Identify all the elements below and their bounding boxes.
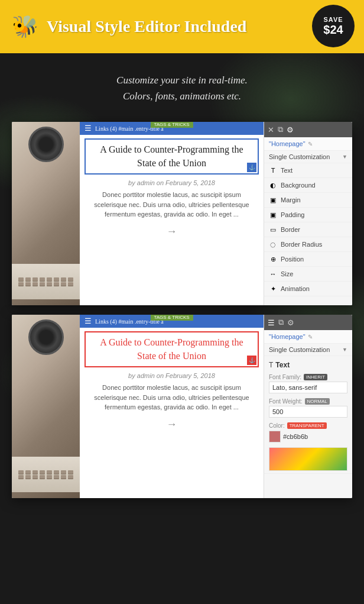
- card2-content-area: TAGS & TRICKS ☰ Links (4) #main .entry-t…: [80, 315, 352, 498]
- gradient-preview[interactable]: [269, 447, 347, 471]
- text-panel-section: T Text Font Family: INHERIT: [264, 356, 352, 474]
- font-weight-label-text: Font Weight:: [269, 398, 303, 405]
- key: [68, 277, 73, 281]
- dropdown-arrow-icon-2: ▼: [342, 347, 347, 353]
- card-2: TAGS & TRICKS ☰ Links (4) #main .entry-t…: [12, 315, 352, 498]
- card2-image-inner: [12, 315, 80, 498]
- panel-menu-border[interactable]: ▭ Border: [264, 222, 352, 237]
- panel1-homepage[interactable]: "Homepage" ✎: [264, 137, 352, 151]
- menu-animation-label: Animation: [281, 285, 310, 292]
- key: [25, 470, 31, 474]
- font-family-label: Font Family: INHERIT: [269, 374, 347, 380]
- key: [61, 277, 66, 281]
- card1-content-area: TAGS & TRICKS ☰ Links (4) #main .entry-t…: [80, 122, 352, 305]
- font-family-label-text: Font Family:: [269, 374, 301, 380]
- font-weight-label: Font Weight: NORMAL: [269, 398, 347, 405]
- color-label: Color: TRANSPARENT: [269, 422, 347, 429]
- key: [40, 282, 45, 286]
- copy-icon-2[interactable]: ⧉: [278, 318, 284, 327]
- size-icon: ↔: [269, 270, 277, 278]
- color-value: #cb6b6b: [283, 433, 308, 440]
- panel-menu-margin[interactable]: ▣ Margin: [264, 193, 352, 208]
- card2-title-box[interactable]: A Guide to Counter-Programming the State…: [84, 331, 259, 367]
- card2-main: TAGS & TRICKS ☰ Links (4) #main .entry-t…: [80, 315, 264, 498]
- keyboard-keys-2: [18, 470, 74, 479]
- homepage-edit-icon[interactable]: ✎: [308, 141, 313, 147]
- card1-image: [12, 122, 80, 305]
- key: [54, 277, 59, 281]
- panel-menu-animation[interactable]: ✦ Animation: [264, 282, 352, 296]
- card1-post-meta: by admin on February 5, 2018: [80, 178, 264, 189]
- card-1: TAGS & TRICKS ☰ Links (4) #main .entry-t…: [12, 122, 352, 305]
- header-title: Visual Style Editor Included: [47, 17, 246, 36]
- card1-title-box[interactable]: A Guide to Counter-Programming the State…: [84, 138, 259, 175]
- panel-menu-size[interactable]: ↔ Size: [264, 267, 352, 282]
- key: [25, 282, 31, 286]
- homepage-label: "Homepage": [269, 140, 306, 147]
- anchor-icon-2: ⚓: [249, 357, 255, 363]
- color-swatch-row: #cb6b6b: [269, 431, 347, 442]
- customization-label: Single Customization: [269, 153, 330, 160]
- animation-icon: ✦: [269, 285, 277, 293]
- color-label-text: Color:: [269, 422, 285, 429]
- panel1-customization[interactable]: Single Customization ▼: [264, 151, 352, 163]
- hamburger-panel-icon[interactable]: ☰: [268, 318, 275, 327]
- text-panel-header[interactable]: T Text: [269, 358, 347, 372]
- sliders-icon[interactable]: ⚙: [287, 125, 294, 134]
- card1-style-panel: ✕ ⧉ ⚙ "Homepage" ✎ Single Customization …: [264, 122, 352, 305]
- panel-menu-text[interactable]: T Text: [264, 163, 352, 178]
- key: [32, 475, 38, 479]
- key: [40, 475, 45, 479]
- menu-position-label: Position: [281, 256, 304, 263]
- customization-label-2: Single Customization: [269, 346, 330, 353]
- menu-margin-label: Margin: [281, 196, 301, 204]
- card2-style-panel: ☰ ⧉ ⚙ "Homepage" ✎ Single Customization …: [264, 315, 352, 498]
- key: [25, 277, 31, 281]
- close-icon[interactable]: ✕: [268, 125, 274, 134]
- dropdown-arrow-icon: ▼: [342, 154, 347, 160]
- key: [54, 282, 59, 286]
- card1-image-inner: [12, 122, 80, 305]
- keyboard-image: [12, 264, 80, 299]
- key: [40, 470, 45, 474]
- record-disc: [28, 127, 64, 162]
- card1-arrow[interactable]: →: [80, 221, 264, 243]
- menu-background-label: Background: [281, 182, 316, 189]
- color-swatch[interactable]: [269, 431, 281, 442]
- card1-tags: TAGS & TRICKS: [150, 122, 193, 128]
- panel-menu-padding[interactable]: ▣ Padding: [264, 208, 352, 222]
- font-weight-input[interactable]: [269, 406, 347, 418]
- font-family-input[interactable]: [269, 382, 347, 393]
- card2-arrow[interactable]: →: [80, 414, 264, 435]
- menu-text-label: Text: [281, 167, 292, 174]
- panel2-homepage[interactable]: "Homepage" ✎: [264, 330, 352, 344]
- border-radius-icon: ◌: [269, 240, 277, 248]
- hamburger-icon-2: ☰: [84, 316, 92, 326]
- menu-size-label: Size: [281, 270, 293, 277]
- key: [68, 282, 73, 286]
- font-weight-badge: NORMAL: [305, 398, 330, 405]
- card2-post-meta: by admin on February 5, 2018: [80, 371, 264, 382]
- card1-main: TAGS & TRICKS ☰ Links (4) #main .entry-t…: [80, 122, 264, 305]
- hamburger-icon: ☰: [84, 124, 92, 133]
- homepage-edit-icon-2[interactable]: ✎: [308, 334, 313, 340]
- panel-menu-position[interactable]: ⊕ Position: [264, 252, 352, 267]
- panel2-customization[interactable]: Single Customization ▼: [264, 344, 352, 356]
- key: [47, 277, 52, 281]
- menu-border-label: Border: [281, 226, 300, 233]
- color-group: Color: TRANSPARENT #cb6b6b: [269, 420, 347, 445]
- subtitle-line1: Customize your site in real-time.: [12, 72, 352, 88]
- panel-menu-background[interactable]: ◐ Background: [264, 178, 352, 193]
- keyboard-image-2: [12, 457, 80, 492]
- panel-menu-border-radius[interactable]: ◌ Border Radius: [264, 237, 352, 252]
- post-title-anchor: ⚓: [247, 163, 256, 172]
- text-panel-title: Text: [275, 361, 290, 369]
- key: [18, 470, 24, 474]
- homepage-label-2: "Homepage": [269, 333, 306, 340]
- panel2-toolbar: ☰ ⧉ ⚙: [264, 315, 352, 330]
- key: [40, 277, 45, 281]
- sliders-icon-2[interactable]: ⚙: [287, 318, 294, 327]
- subtitle-area: Customize your site in real-time. Colors…: [0, 53, 364, 116]
- bee-icon: 🐝: [12, 14, 38, 39]
- copy-icon[interactable]: ⧉: [278, 125, 283, 134]
